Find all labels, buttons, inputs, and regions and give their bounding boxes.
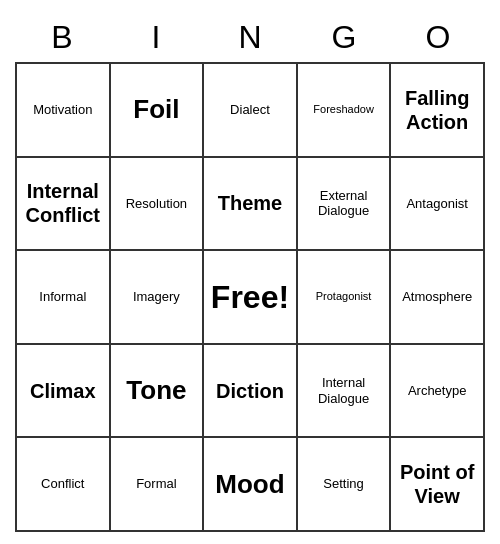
bingo-cell-0-4: Falling Action <box>391 64 485 158</box>
bingo-row-2: InformalImageryFree!ProtagonistAtmospher… <box>17 251 485 345</box>
cell-text-3-1: Tone <box>126 375 186 406</box>
cell-text-2-4: Atmosphere <box>402 289 472 305</box>
bingo-cell-2-1: Imagery <box>111 251 205 345</box>
bingo-row-1: Internal ConflictResolutionThemeExternal… <box>17 158 485 252</box>
header-letter-o: O <box>391 12 485 62</box>
bingo-cell-1-1: Resolution <box>111 158 205 252</box>
cell-text-0-3: Foreshadow <box>313 103 374 116</box>
header-letter-g: G <box>297 12 391 62</box>
cell-text-0-2: Dialect <box>230 102 270 118</box>
bingo-cell-1-2: Theme <box>204 158 298 252</box>
cell-text-4-1: Formal <box>136 476 176 492</box>
cell-text-0-4: Falling Action <box>395 86 479 134</box>
cell-text-3-2: Diction <box>216 379 284 403</box>
bingo-cell-1-0: Internal Conflict <box>17 158 111 252</box>
bingo-cell-2-4: Atmosphere <box>391 251 485 345</box>
cell-text-3-4: Archetype <box>408 383 467 399</box>
header-letter-b: B <box>15 12 109 62</box>
cell-text-4-2: Mood <box>215 469 284 500</box>
cell-text-3-0: Climax <box>30 379 96 403</box>
bingo-header: BINGO <box>15 12 485 62</box>
cell-text-4-4: Point of View <box>395 460 479 508</box>
cell-text-1-2: Theme <box>218 191 282 215</box>
bingo-grid: MotivationFoilDialectForeshadowFalling A… <box>15 62 485 532</box>
cell-text-2-0: Informal <box>39 289 86 305</box>
bingo-cell-1-4: Antagonist <box>391 158 485 252</box>
cell-text-2-3: Protagonist <box>316 290 372 303</box>
bingo-cell-0-0: Motivation <box>17 64 111 158</box>
cell-text-1-0: Internal Conflict <box>21 179 105 227</box>
bingo-cell-4-4: Point of View <box>391 438 485 532</box>
bingo-cell-3-3: Internal Dialogue <box>298 345 392 439</box>
bingo-cell-3-0: Climax <box>17 345 111 439</box>
bingo-cell-4-3: Setting <box>298 438 392 532</box>
cell-text-0-1: Foil <box>133 94 179 125</box>
bingo-cell-2-3: Protagonist <box>298 251 392 345</box>
bingo-row-3: ClimaxToneDictionInternal DialogueArchet… <box>17 345 485 439</box>
bingo-cell-0-1: Foil <box>111 64 205 158</box>
cell-text-2-2: Free! <box>211 278 289 316</box>
bingo-cell-2-2: Free! <box>204 251 298 345</box>
cell-text-4-3: Setting <box>323 476 363 492</box>
cell-text-4-0: Conflict <box>41 476 84 492</box>
bingo-cell-3-4: Archetype <box>391 345 485 439</box>
cell-text-1-3: External Dialogue <box>302 188 386 219</box>
bingo-cell-1-3: External Dialogue <box>298 158 392 252</box>
cell-text-1-4: Antagonist <box>406 196 467 212</box>
cell-text-1-1: Resolution <box>126 196 187 212</box>
bingo-cell-3-1: Tone <box>111 345 205 439</box>
bingo-cell-4-0: Conflict <box>17 438 111 532</box>
cell-text-2-1: Imagery <box>133 289 180 305</box>
bingo-row-0: MotivationFoilDialectForeshadowFalling A… <box>17 64 485 158</box>
bingo-card: BINGO MotivationFoilDialectForeshadowFal… <box>15 12 485 532</box>
bingo-cell-4-2: Mood <box>204 438 298 532</box>
header-letter-i: I <box>109 12 203 62</box>
bingo-cell-4-1: Formal <box>111 438 205 532</box>
cell-text-3-3: Internal Dialogue <box>302 375 386 406</box>
header-letter-n: N <box>203 12 297 62</box>
bingo-row-4: ConflictFormalMoodSettingPoint of View <box>17 438 485 532</box>
bingo-cell-3-2: Diction <box>204 345 298 439</box>
cell-text-0-0: Motivation <box>33 102 92 118</box>
bingo-cell-2-0: Informal <box>17 251 111 345</box>
bingo-cell-0-3: Foreshadow <box>298 64 392 158</box>
bingo-cell-0-2: Dialect <box>204 64 298 158</box>
